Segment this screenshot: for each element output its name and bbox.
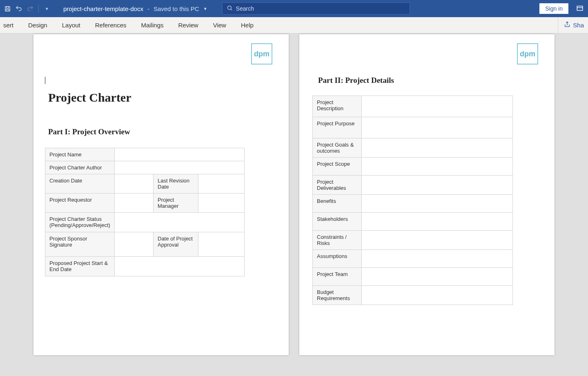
svg-line-4 xyxy=(231,9,232,10)
customize-qat-icon[interactable]: ▾ xyxy=(43,4,51,13)
chevron-down-icon[interactable]: ▼ xyxy=(203,7,207,11)
cell-purpose-label[interactable]: Project Purpose xyxy=(313,117,362,138)
cell-scope-label[interactable]: Project Scope xyxy=(313,158,362,176)
quick-access-toolbar: ▾ xyxy=(3,4,51,13)
cell-date-approval-value[interactable] xyxy=(198,232,245,257)
tab-layout[interactable]: Layout xyxy=(55,17,88,33)
cell-requestor-value[interactable] xyxy=(115,194,154,213)
cell-date-approval-label[interactable]: Date of Project Approval xyxy=(154,232,198,257)
filename-text: project-charter-template-docx xyxy=(63,5,143,12)
search-box[interactable] xyxy=(222,2,410,15)
toolbar-separator xyxy=(38,4,39,13)
cell-budget-value[interactable] xyxy=(362,286,513,305)
cell-goals-label[interactable]: Project Goals & outcomes xyxy=(313,138,362,158)
share-button[interactable]: Sha xyxy=(558,17,588,33)
cell-charter-author-label[interactable]: Project Charter Author xyxy=(45,161,115,174)
cell-proposed-dates-label[interactable]: Proposed Project Start & End Date xyxy=(45,257,115,276)
cell-project-name-label[interactable]: Project Name xyxy=(45,148,115,161)
ribbon-tabs: sert Design Layout References Mailings R… xyxy=(0,17,588,33)
svg-rect-1 xyxy=(6,6,9,8)
share-icon xyxy=(564,21,570,29)
document-heading[interactable]: Project Charter xyxy=(48,91,277,105)
cell-charter-status-label[interactable]: Project Charter Status (Pending/Approve/… xyxy=(45,213,115,232)
cell-charter-author-value[interactable] xyxy=(115,161,245,174)
undo-icon[interactable] xyxy=(15,4,23,13)
tab-review[interactable]: Review xyxy=(171,17,206,33)
logo-badge: dpm xyxy=(251,43,272,65)
title-separator: - xyxy=(147,5,149,12)
share-label: Sha xyxy=(573,22,584,29)
svg-point-3 xyxy=(227,6,231,10)
ribbon-display-options-icon[interactable] xyxy=(575,4,585,13)
tab-mailings[interactable]: Mailings xyxy=(134,17,171,33)
document-page-1[interactable]: dpm Project Charter Part I: Project Over… xyxy=(33,34,289,355)
redo-icon[interactable] xyxy=(26,4,34,13)
cell-proposed-dates-value[interactable] xyxy=(115,257,245,276)
cell-deliverables-label[interactable]: Project Deliverables xyxy=(313,176,362,195)
search-input[interactable] xyxy=(236,5,405,12)
cell-benefits-value[interactable] xyxy=(362,195,513,213)
tab-references[interactable]: References xyxy=(88,17,134,33)
cell-goals-value[interactable] xyxy=(362,138,513,158)
cell-description-value[interactable] xyxy=(362,96,513,117)
svg-rect-2 xyxy=(6,9,9,11)
svg-rect-5 xyxy=(577,6,583,11)
cell-purpose-value[interactable] xyxy=(362,117,513,138)
text-cursor xyxy=(45,77,45,84)
logo-badge: dpm xyxy=(517,43,538,65)
project-overview-table[interactable]: Project Name Project Charter Author Crea… xyxy=(45,148,245,276)
tab-insert[interactable]: sert xyxy=(0,17,21,33)
cell-last-revision-value[interactable] xyxy=(198,174,245,194)
cell-last-revision-label[interactable]: Last Revision Date xyxy=(154,174,198,194)
cell-scope-value[interactable] xyxy=(362,158,513,176)
document-workspace[interactable]: dpm Project Charter Part I: Project Over… xyxy=(0,33,588,376)
cell-assumptions-value[interactable] xyxy=(362,250,513,268)
cell-deliverables-value[interactable] xyxy=(362,176,513,195)
section-heading-part2[interactable]: Part II: Project Details xyxy=(318,76,543,85)
cell-project-name-value[interactable] xyxy=(115,148,245,161)
tab-help[interactable]: Help xyxy=(234,17,261,33)
cell-stakeholders-value[interactable] xyxy=(362,213,513,231)
section-heading-part1[interactable]: Part I: Project Overview xyxy=(48,127,277,136)
cell-budget-label[interactable]: Budget Requirements xyxy=(313,286,362,305)
cell-team-label[interactable]: Project Team xyxy=(313,268,362,286)
project-details-table[interactable]: Project Description Project Purpose Proj… xyxy=(312,96,513,305)
cell-team-value[interactable] xyxy=(362,268,513,286)
cell-constraints-label[interactable]: Constraints / Risks xyxy=(313,231,362,250)
cell-creation-date-value[interactable] xyxy=(115,174,154,194)
cell-manager-value[interactable] xyxy=(198,194,245,213)
cell-creation-date-label[interactable]: Creation Date xyxy=(45,174,115,194)
cell-description-label[interactable]: Project Description xyxy=(313,96,362,117)
cell-sponsor-sig-value[interactable] xyxy=(115,232,154,257)
title-bar-right: Sign in xyxy=(539,3,585,14)
tab-view[interactable]: View xyxy=(206,17,234,33)
cell-requestor-label[interactable]: Project Requestor xyxy=(45,194,115,213)
search-icon xyxy=(227,5,233,12)
save-icon[interactable] xyxy=(3,4,11,13)
document-title[interactable]: project-charter-template-docx - Saved to… xyxy=(63,5,207,12)
document-page-2[interactable]: dpm Part II: Project Details Project Des… xyxy=(299,34,555,355)
cell-constraints-value[interactable] xyxy=(362,231,513,250)
cell-sponsor-sig-label[interactable]: Project Sponsor Signature xyxy=(45,232,115,257)
cell-benefits-label[interactable]: Benefits xyxy=(313,195,362,213)
cell-charter-status-value[interactable] xyxy=(115,213,245,232)
cell-assumptions-label[interactable]: Assumptions xyxy=(313,250,362,268)
cell-manager-label[interactable]: Project Manager xyxy=(154,194,198,213)
title-bar: ▾ project-charter-template-docx - Saved … xyxy=(0,0,588,17)
cell-stakeholders-label[interactable]: Stakeholders xyxy=(313,213,362,231)
sign-in-button[interactable]: Sign in xyxy=(539,3,568,14)
tab-design[interactable]: Design xyxy=(21,17,55,33)
saved-status: Saved to this PC xyxy=(154,5,199,12)
